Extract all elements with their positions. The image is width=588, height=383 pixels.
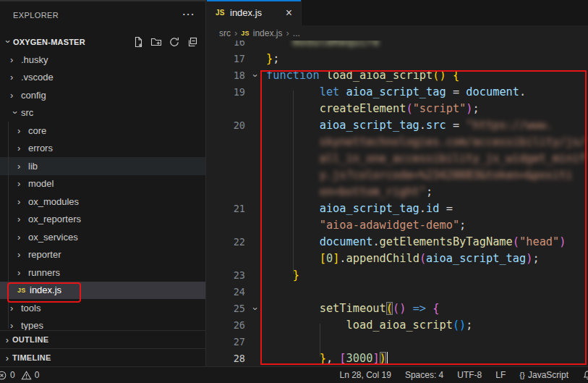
breadcrumb-symbol[interactable]: ... <box>293 28 300 38</box>
new-file-icon[interactable] <box>132 36 144 48</box>
code-token: aioa_script_tag <box>320 119 419 132</box>
code-row[interactable]: on=bottom_right"; <box>207 184 588 201</box>
line-number: 25 <box>207 300 245 317</box>
bell-icon[interactable] <box>582 370 588 381</box>
code-row[interactable]: 16 moduleRequire <box>207 41 588 51</box>
tree-item-src[interactable]: ›src <box>0 104 205 122</box>
tree-item-label: lib <box>28 161 38 172</box>
tree-item-label: ox_reporters <box>28 214 81 224</box>
code-row[interactable]: 21 aioa_script_tag.id = <box>207 201 588 217</box>
project-root-row[interactable]: › OXYGEN-MASTER <box>0 33 205 51</box>
fold-chevron-icon[interactable]: › <box>245 300 266 317</box>
project-name: OXYGEN-MASTER <box>13 38 132 46</box>
tree-item-errors[interactable]: ›errors <box>0 140 205 158</box>
code-row[interactable]: 18›function load_aioa_script() { <box>207 67 588 84</box>
tree-item--husky[interactable]: ›.husky <box>0 51 205 69</box>
tree-item-label: ox_services <box>28 232 78 243</box>
chevron-right-icon: › <box>17 214 28 224</box>
code-row[interactable]: 22 document.getElementsByTagName("head") <box>207 234 588 251</box>
tree-item-label: .vscode <box>21 72 54 83</box>
code-token: ( <box>406 102 412 115</box>
tree-item-core[interactable]: ›core <box>0 122 205 140</box>
more-actions-icon[interactable]: ··· <box>183 11 196 18</box>
fold-chevron-icon[interactable]: › <box>245 67 266 84</box>
code-token: } <box>293 269 299 282</box>
breadcrumb-file[interactable]: index.js <box>253 28 283 38</box>
chevron-right-icon: › <box>10 54 21 65</box>
code-token: appendChild <box>346 252 419 265</box>
code-row[interactable]: all_in_one_accessibility_js_widget_minif <box>207 151 588 167</box>
code-row[interactable]: 26 load_aioa_script(); <box>207 317 588 334</box>
tree-item--vscode[interactable]: ›.vscode <box>0 69 205 87</box>
fold-gutter <box>245 217 266 234</box>
problems-summary[interactable]: 0 0 <box>0 370 39 381</box>
code-row[interactable]: 23 } <box>207 267 588 284</box>
code-token: () <box>453 319 466 332</box>
text-cursor <box>387 352 388 364</box>
code-token: = <box>446 85 466 98</box>
encoding-setting[interactable]: UTF-8 <box>457 370 482 380</box>
collapse-all-icon[interactable] <box>187 36 198 48</box>
indentation-setting[interactable]: Spaces: 4 <box>405 370 443 380</box>
code-token <box>266 41 293 49</box>
code-row[interactable]: "aioa-adawidget-demo"; <box>207 217 588 234</box>
status-bar: 0 0 Ln 28, Col 19 Spaces: 4 UTF-8 LF {} … <box>0 366 588 383</box>
tree-item-index-js[interactable]: JSindex.js <box>0 282 205 300</box>
chevron-right-icon: › <box>10 303 21 313</box>
code-token: load_aioa_script <box>346 319 453 332</box>
code-row[interactable]: 24 <box>207 284 588 300</box>
tree-item-types[interactable]: ›types <box>0 317 205 331</box>
code-token <box>266 102 320 115</box>
chevron-right-icon: › <box>2 353 12 363</box>
tree-item-config[interactable]: ›config <box>0 86 205 104</box>
code-row[interactable]: skynettechnologies.com/accessibility/js/ <box>207 134 588 151</box>
file-tree: ›.husky›.vscode›config›src›core›errors›l… <box>0 51 205 330</box>
tree-item-ox-services[interactable]: ›ox_services <box>0 228 205 246</box>
code-line-text: }; <box>266 51 279 67</box>
fold-gutter <box>245 284 266 300</box>
chevron-right-icon: › <box>17 267 28 278</box>
code-token: 3000 <box>346 352 373 365</box>
close-icon[interactable]: × <box>284 7 294 19</box>
code-row[interactable]: 19 let aioa_script_tag = document. <box>207 84 588 101</box>
chevron-right-icon: › <box>17 178 28 189</box>
tree-item-label: ox_modules <box>28 196 79 207</box>
fold-gutter <box>245 51 266 67</box>
tree-item-tools[interactable]: ›tools <box>0 299 205 317</box>
code-editor[interactable]: 16 moduleRequire17};18›function load_aio… <box>207 41 588 366</box>
language-mode[interactable]: {} JavaScript <box>519 370 568 380</box>
tree-item-lib[interactable]: ›lib <box>0 157 205 175</box>
code-token: ) <box>559 235 566 248</box>
tree-item-ox-reporters[interactable]: ›ox_reporters <box>0 211 205 229</box>
outline-panel-header[interactable]: › OUTLINE <box>0 330 205 348</box>
chevron-right-icon: › <box>10 90 21 101</box>
tree-item-ox-modules[interactable]: ›ox_modules <box>0 193 205 211</box>
code-row[interactable]: 20 aioa_script_tag.src = "https://www. <box>207 117 588 134</box>
code-token: aioa_script_tag <box>346 85 446 98</box>
cursor-position[interactable]: Ln 28, Col 19 <box>340 370 391 380</box>
tree-item-model[interactable]: ›model <box>0 175 205 193</box>
new-folder-icon[interactable] <box>150 36 162 48</box>
code-row[interactable]: y.js?colorcode=%23420083&token=&positi <box>207 167 588 184</box>
code-row[interactable]: 28 }, [3000]) <box>207 350 588 366</box>
tree-item-runners[interactable]: ›runners <box>0 264 205 282</box>
tree-item-reporter[interactable]: ›reporter <box>0 246 205 264</box>
breadcrumb-folder[interactable]: src <box>219 28 231 38</box>
code-line-text: setTimeout(() => { <box>266 300 440 317</box>
eol-setting[interactable]: LF <box>495 370 506 380</box>
line-number <box>207 101 245 117</box>
timeline-panel-header[interactable]: › TIMELINE <box>0 348 205 366</box>
line-number: 23 <box>207 267 245 284</box>
code-row[interactable]: 17}; <box>207 51 588 67</box>
code-token: let <box>320 85 340 98</box>
code-row[interactable]: createElement("script"); <box>207 101 588 117</box>
code-row[interactable]: [0].appendChild(aioa_script_tag); <box>207 251 588 267</box>
code-row[interactable]: 25› setTimeout(() => { <box>207 300 588 317</box>
tab-index-js[interactable]: JS index.js × <box>207 0 302 25</box>
code-token <box>266 352 320 365</box>
fold-gutter <box>245 167 266 184</box>
refresh-icon[interactable] <box>169 36 180 48</box>
line-number: 24 <box>207 284 245 300</box>
code-row[interactable]: 27 <box>207 334 588 350</box>
code-token: } <box>320 352 326 365</box>
